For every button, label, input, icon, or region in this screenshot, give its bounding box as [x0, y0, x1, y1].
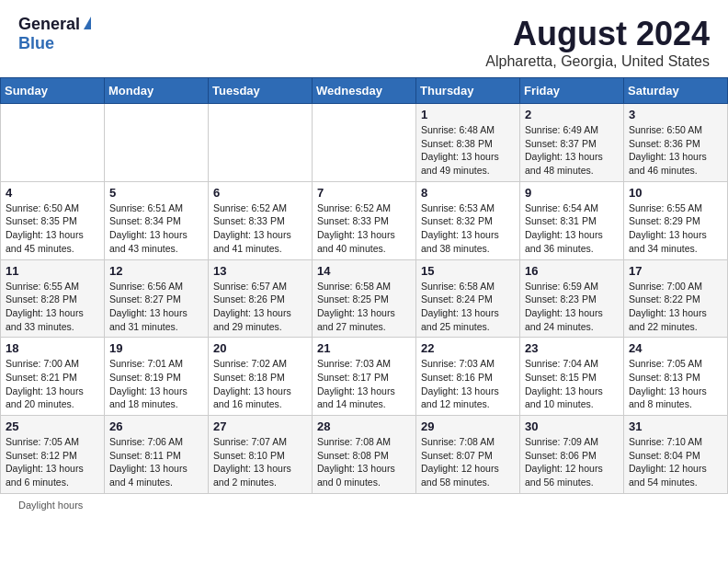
day-of-week-header: Thursday: [416, 78, 520, 104]
day-info: Sunrise: 6:58 AM Sunset: 8:25 PM Dayligh…: [317, 280, 411, 334]
calendar-cell: 4Sunrise: 6:50 AM Sunset: 8:35 PM Daylig…: [1, 181, 105, 259]
logo-blue: Blue: [18, 34, 54, 53]
calendar-cell: 10Sunrise: 6:55 AM Sunset: 8:29 PM Dayli…: [624, 181, 728, 259]
calendar-cell: 13Sunrise: 6:57 AM Sunset: 8:26 PM Dayli…: [209, 259, 313, 338]
day-number: 26: [109, 419, 203, 433]
day-info: Sunrise: 6:54 AM Sunset: 8:31 PM Dayligh…: [525, 201, 619, 256]
day-of-week-header: Friday: [520, 78, 624, 104]
day-info: Sunrise: 7:03 AM Sunset: 8:17 PM Dayligh…: [317, 357, 411, 411]
calendar-cell: 26Sunrise: 7:06 AM Sunset: 8:11 PM Dayli…: [105, 416, 209, 494]
calendar-cell: [1, 104, 105, 182]
day-info: Sunrise: 7:08 AM Sunset: 8:07 PM Dayligh…: [421, 435, 515, 489]
page-title: August 2024: [485, 15, 710, 53]
calendar-table: SundayMondayTuesdayWednesdayThursdayFrid…: [0, 77, 728, 494]
calendar-cell: 14Sunrise: 6:58 AM Sunset: 8:25 PM Dayli…: [313, 259, 416, 338]
day-number: 27: [213, 419, 307, 433]
calendar-cell: 25Sunrise: 7:05 AM Sunset: 8:12 PM Dayli…: [1, 416, 105, 494]
calendar-week-row: 4Sunrise: 6:50 AM Sunset: 8:35 PM Daylig…: [1, 181, 728, 259]
calendar-cell: 16Sunrise: 6:59 AM Sunset: 8:23 PM Dayli…: [520, 259, 624, 338]
calendar-cell: 22Sunrise: 7:03 AM Sunset: 8:16 PM Dayli…: [416, 338, 520, 416]
day-of-week-header: Sunday: [1, 78, 105, 104]
day-info: Sunrise: 7:00 AM Sunset: 8:21 PM Dayligh…: [6, 357, 99, 411]
calendar-week-row: 18Sunrise: 7:00 AM Sunset: 8:21 PM Dayli…: [1, 338, 728, 416]
day-info: Sunrise: 7:05 AM Sunset: 8:13 PM Dayligh…: [629, 357, 722, 411]
day-info: Sunrise: 7:04 AM Sunset: 8:15 PM Dayligh…: [525, 357, 619, 411]
day-info: Sunrise: 6:52 AM Sunset: 8:33 PM Dayligh…: [317, 201, 411, 256]
day-number: 8: [421, 186, 515, 200]
calendar-cell: 15Sunrise: 6:58 AM Sunset: 8:24 PM Dayli…: [416, 259, 520, 338]
calendar-cell: 21Sunrise: 7:03 AM Sunset: 8:17 PM Dayli…: [313, 338, 416, 416]
day-number: 19: [109, 341, 203, 355]
day-info: Sunrise: 6:55 AM Sunset: 8:28 PM Dayligh…: [6, 280, 99, 334]
calendar-week-row: 1Sunrise: 6:48 AM Sunset: 8:38 PM Daylig…: [1, 104, 728, 182]
day-info: Sunrise: 6:57 AM Sunset: 8:26 PM Dayligh…: [213, 280, 307, 334]
day-number: 16: [525, 264, 619, 278]
calendar-cell: 23Sunrise: 7:04 AM Sunset: 8:15 PM Dayli…: [520, 338, 624, 416]
calendar-week-row: 11Sunrise: 6:55 AM Sunset: 8:28 PM Dayli…: [1, 259, 728, 338]
day-info: Sunrise: 7:06 AM Sunset: 8:11 PM Dayligh…: [109, 435, 203, 489]
calendar-cell: 19Sunrise: 7:01 AM Sunset: 8:19 PM Dayli…: [105, 338, 209, 416]
calendar-cell: [105, 104, 209, 182]
calendar-cell: 12Sunrise: 6:56 AM Sunset: 8:27 PM Dayli…: [105, 259, 209, 338]
calendar-cell: 30Sunrise: 7:09 AM Sunset: 8:06 PM Dayli…: [520, 416, 624, 494]
logo: General Blue: [18, 15, 91, 53]
day-info: Sunrise: 6:48 AM Sunset: 8:38 PM Dayligh…: [421, 123, 515, 178]
page-subtitle: Alpharetta, Georgia, United States: [485, 53, 710, 70]
day-number: 9: [525, 186, 619, 200]
calendar-cell: 17Sunrise: 7:00 AM Sunset: 8:22 PM Dayli…: [624, 259, 728, 338]
day-info: Sunrise: 6:50 AM Sunset: 8:36 PM Dayligh…: [629, 123, 722, 178]
calendar-cell: 8Sunrise: 6:53 AM Sunset: 8:32 PM Daylig…: [416, 181, 520, 259]
day-of-week-header: Tuesday: [209, 78, 313, 104]
day-info: Sunrise: 6:53 AM Sunset: 8:32 PM Dayligh…: [421, 201, 515, 256]
day-info: Sunrise: 7:10 AM Sunset: 8:04 PM Dayligh…: [629, 435, 722, 489]
day-info: Sunrise: 6:49 AM Sunset: 8:37 PM Dayligh…: [525, 123, 619, 178]
day-info: Sunrise: 7:00 AM Sunset: 8:22 PM Dayligh…: [629, 280, 722, 334]
day-number: 21: [317, 341, 411, 355]
day-number: 11: [6, 264, 99, 278]
calendar-cell: [209, 104, 313, 182]
calendar-cell: 29Sunrise: 7:08 AM Sunset: 8:07 PM Dayli…: [416, 416, 520, 494]
logo-general: General: [18, 15, 80, 34]
day-number: 20: [213, 341, 307, 355]
day-number: 28: [317, 419, 411, 433]
day-number: 5: [109, 186, 203, 200]
calendar-cell: 18Sunrise: 7:00 AM Sunset: 8:21 PM Dayli…: [1, 338, 105, 416]
day-info: Sunrise: 6:56 AM Sunset: 8:27 PM Dayligh…: [109, 280, 203, 334]
day-of-week-header: Monday: [105, 78, 209, 104]
day-number: 23: [525, 341, 619, 355]
day-info: Sunrise: 7:05 AM Sunset: 8:12 PM Dayligh…: [6, 435, 99, 489]
day-number: 1: [421, 108, 515, 121]
day-info: Sunrise: 6:55 AM Sunset: 8:29 PM Dayligh…: [629, 201, 722, 256]
day-number: 14: [317, 264, 411, 278]
calendar-cell: 2Sunrise: 6:49 AM Sunset: 8:37 PM Daylig…: [520, 104, 624, 182]
calendar-cell: 1Sunrise: 6:48 AM Sunset: 8:38 PM Daylig…: [416, 104, 520, 182]
logo-triangle-icon: [84, 17, 91, 29]
day-info: Sunrise: 6:59 AM Sunset: 8:23 PM Dayligh…: [525, 280, 619, 334]
day-number: 3: [629, 108, 722, 121]
daylight-label: Daylight hours: [18, 500, 83, 511]
calendar-cell: 7Sunrise: 6:52 AM Sunset: 8:33 PM Daylig…: [313, 181, 416, 259]
footer: Daylight hours: [0, 494, 728, 516]
calendar-cell: 20Sunrise: 7:02 AM Sunset: 8:18 PM Dayli…: [209, 338, 313, 416]
day-info: Sunrise: 7:07 AM Sunset: 8:10 PM Dayligh…: [213, 435, 307, 489]
calendar-week-row: 25Sunrise: 7:05 AM Sunset: 8:12 PM Dayli…: [1, 416, 728, 494]
day-number: 15: [421, 264, 515, 278]
day-number: 31: [629, 419, 722, 433]
day-info: Sunrise: 7:01 AM Sunset: 8:19 PM Dayligh…: [109, 357, 203, 411]
day-number: 13: [213, 264, 307, 278]
day-of-week-header: Wednesday: [313, 78, 416, 104]
day-info: Sunrise: 7:03 AM Sunset: 8:16 PM Dayligh…: [421, 357, 515, 411]
day-info: Sunrise: 7:08 AM Sunset: 8:08 PM Dayligh…: [317, 435, 411, 489]
day-info: Sunrise: 6:58 AM Sunset: 8:24 PM Dayligh…: [421, 280, 515, 334]
day-of-week-header: Saturday: [624, 78, 728, 104]
day-number: 22: [421, 341, 515, 355]
calendar-cell: 9Sunrise: 6:54 AM Sunset: 8:31 PM Daylig…: [520, 181, 624, 259]
day-number: 29: [421, 419, 515, 433]
calendar-cell: [313, 104, 416, 182]
title-area: August 2024 Alpharetta, Georgia, United …: [485, 15, 710, 70]
calendar-cell: 6Sunrise: 6:52 AM Sunset: 8:33 PM Daylig…: [209, 181, 313, 259]
calendar-cell: 27Sunrise: 7:07 AM Sunset: 8:10 PM Dayli…: [209, 416, 313, 494]
calendar-cell: 3Sunrise: 6:50 AM Sunset: 8:36 PM Daylig…: [624, 104, 728, 182]
day-number: 30: [525, 419, 619, 433]
day-info: Sunrise: 6:51 AM Sunset: 8:34 PM Dayligh…: [109, 201, 203, 256]
